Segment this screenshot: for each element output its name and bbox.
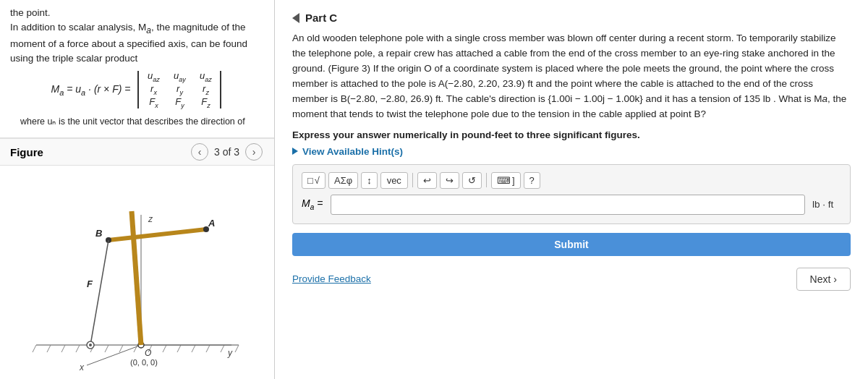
svg-line-12 xyxy=(192,345,195,352)
redo-icon: ↪ xyxy=(446,175,454,186)
svg-line-11 xyxy=(177,345,181,352)
figure-header: Figure ‹ 3 of 3 › xyxy=(0,138,274,166)
svg-text:z: z xyxy=(148,214,153,224)
help-icon: ? xyxy=(529,175,535,186)
figure-image: z y x O (0, 0, 0) B A xyxy=(0,166,274,379)
sqrt-icon: √ xyxy=(315,175,320,186)
feedback-link[interactable]: Provide Feedback xyxy=(292,273,371,284)
bold-instruction: Express your answer numerically in pound… xyxy=(292,129,851,140)
hint-link[interactable]: View Available Hint(s) xyxy=(292,146,851,157)
formula-row: Ma = ua · (r × F) = uaz uay uaz rx ry rz… xyxy=(10,66,264,114)
part-label: Part C xyxy=(305,12,337,24)
help-toolbar-btn[interactable]: ? xyxy=(524,172,540,189)
intro-line: the point. In addition to scalar analysi… xyxy=(10,6,264,66)
vec-label: vec xyxy=(387,175,401,186)
undo-toolbar-btn[interactable]: ↩ xyxy=(417,172,437,189)
figure-count: 3 of 3 xyxy=(214,146,239,158)
svg-line-6 xyxy=(105,345,109,352)
bottom-bar: Provide Feedback Next › xyxy=(292,263,851,291)
svg-line-14 xyxy=(221,345,224,352)
matrix-cells: uaz uay uaz rx ry rz Fx Fy Fz xyxy=(140,70,218,109)
svg-text:(0, 0, 0): (0, 0, 0) xyxy=(130,358,158,367)
matrix-icon: □ xyxy=(307,175,313,186)
answer-area: □ √ ΑΣφ ↕ vec ↩ ↪ ↺ ⌨ xyxy=(292,164,851,224)
undo-icon: ↩ xyxy=(423,175,431,186)
svg-text:x: x xyxy=(79,362,85,372)
refresh-icon: ↺ xyxy=(468,175,476,186)
bracket-icon: ] xyxy=(512,175,515,186)
hint-text: View Available Hint(s) xyxy=(302,146,403,157)
svg-line-8 xyxy=(134,345,137,352)
vec-toolbar-btn[interactable]: vec xyxy=(380,172,408,189)
toolbar: □ √ ΑΣφ ↕ vec ↩ ↪ ↺ ⌨ xyxy=(302,172,841,189)
svg-text:A: A xyxy=(208,218,215,229)
matrix-toolbar-btn[interactable]: □ √ xyxy=(302,172,326,189)
svg-line-10 xyxy=(163,345,166,352)
input-row: Ma = lb · ft xyxy=(302,195,841,215)
next-figure-button[interactable]: › xyxy=(245,143,263,161)
sigma-toolbar-btn[interactable]: ΑΣφ xyxy=(328,172,358,189)
svg-line-25 xyxy=(132,211,141,345)
svg-text:y: y xyxy=(227,348,233,358)
part-header: Part C xyxy=(292,12,851,24)
prev-figure-button[interactable]: ‹ xyxy=(191,143,208,161)
arrows-toolbar-btn[interactable]: ↕ xyxy=(361,172,378,189)
svg-line-15 xyxy=(235,345,239,352)
intro-text: the point. In addition to scalar analysi… xyxy=(0,0,274,138)
next-button[interactable]: Next › xyxy=(796,268,851,291)
svg-line-1 xyxy=(33,345,36,352)
submit-button[interactable]: Submit xyxy=(292,233,851,256)
problem-text: An old wooden telephone pole with a sing… xyxy=(292,31,851,122)
toolbar-separator-2 xyxy=(486,173,487,187)
unit-label: lb · ft xyxy=(812,199,841,210)
svg-line-2 xyxy=(47,345,51,352)
figure-title: Figure xyxy=(10,146,190,158)
svg-line-31 xyxy=(90,240,109,345)
figure-svg: z y x O (0, 0, 0) B A xyxy=(14,171,260,374)
refresh-toolbar-btn[interactable]: ↺ xyxy=(462,172,482,189)
svg-text:O: O xyxy=(145,348,151,358)
next-chevron-icon: › xyxy=(833,273,837,285)
svg-line-4 xyxy=(76,345,80,352)
sub-text: where uₙ is the unit vector that describ… xyxy=(10,114,264,132)
part-triangle-icon xyxy=(292,13,299,23)
arrows-icon: ↕ xyxy=(367,175,372,186)
hint-arrow-icon xyxy=(292,148,298,155)
next-label: Next xyxy=(810,273,831,285)
input-label: Ma = xyxy=(302,197,323,211)
answer-input[interactable] xyxy=(331,195,805,215)
svg-line-3 xyxy=(61,345,65,352)
redo-toolbar-btn[interactable]: ↪ xyxy=(440,172,459,189)
svg-text:B: B xyxy=(95,228,102,239)
matrix: uaz uay uaz rx ry rz Fx Fy Fz xyxy=(136,70,223,109)
keyboard-icon: ⌨ xyxy=(497,175,511,186)
sigma-label: ΑΣφ xyxy=(334,175,352,186)
toolbar-separator xyxy=(412,173,413,187)
left-panel: the point. In addition to scalar analysi… xyxy=(0,0,275,379)
right-panel: Part C An old wooden telephone pole with… xyxy=(275,0,868,379)
svg-line-26 xyxy=(109,229,206,240)
svg-line-13 xyxy=(206,345,210,352)
svg-text:F: F xyxy=(87,278,93,289)
svg-line-7 xyxy=(119,345,123,352)
keyboard-toolbar-btn[interactable]: ⌨ ] xyxy=(491,172,521,189)
svg-point-33 xyxy=(89,344,92,346)
